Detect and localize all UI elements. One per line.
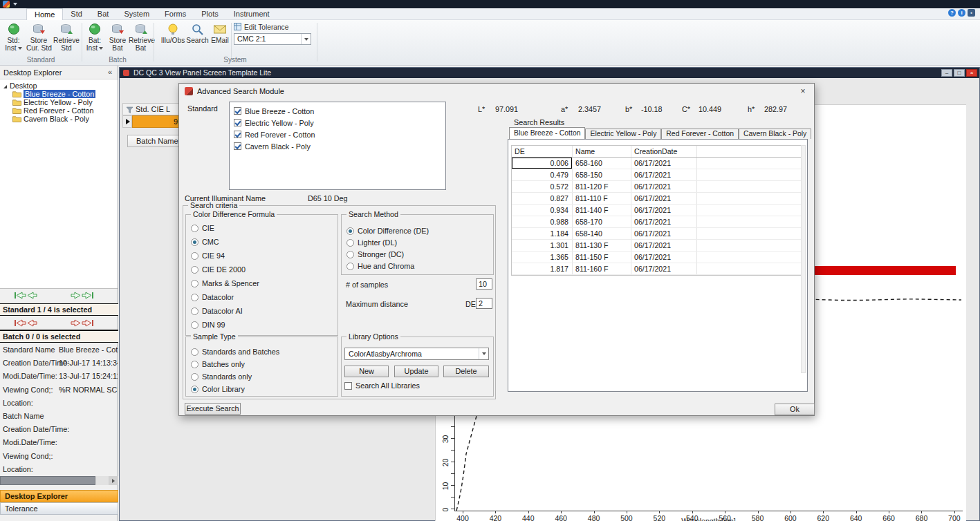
cell-creationdate[interactable]: 06/17/2021	[631, 181, 697, 192]
radio-cie94[interactable]: CIE 94	[191, 252, 225, 260]
radio-selected-icon[interactable]	[191, 386, 198, 393]
standard-option[interactable]: Red Forever - Cotton	[230, 129, 445, 140]
standard-next-buttons[interactable]	[68, 292, 94, 301]
dialog-close-icon[interactable]: ×	[797, 86, 808, 97]
scrollbar-thumb[interactable]	[0, 476, 95, 485]
radio-icon[interactable]	[191, 361, 198, 368]
radio-icon[interactable]	[191, 252, 198, 260]
radio-ciede2000[interactable]: CIE DE 2000	[191, 265, 246, 274]
cell-creationdate[interactable]: 06/17/2021	[631, 252, 697, 263]
radio-icon[interactable]	[191, 294, 198, 301]
cell-de[interactable]: 1.184	[512, 228, 573, 239]
radio-datacolor-ai[interactable]: Datacolor AI	[191, 307, 243, 315]
cell-name[interactable]: 811-140 F	[573, 205, 631, 216]
cell-creationdate[interactable]: 06/17/2021	[631, 158, 697, 169]
tab-bat[interactable]: Bat	[90, 8, 117, 20]
cell-de[interactable]: 0.479	[512, 169, 573, 180]
radio-icon[interactable]	[346, 263, 354, 270]
tree-item-blue-breeze[interactable]: Blue Breeze - Cotton	[12, 90, 95, 98]
cell-de[interactable]: 1.365	[512, 252, 573, 263]
checkbox-checked-icon[interactable]	[234, 142, 241, 150]
cell-de[interactable]: 0.572	[512, 181, 573, 192]
cell-creationdate[interactable]: 06/17/2021	[631, 169, 697, 180]
cell-de[interactable]: 1.817	[512, 263, 573, 274]
table-row[interactable]: 1.301 811-130 F 06/17/2021	[512, 240, 802, 252]
info-icon[interactable]: i	[958, 9, 965, 17]
radio-cie[interactable]: CIE	[191, 224, 214, 232]
minimize-button[interactable]: –	[941, 69, 952, 77]
tree-item-cavern-black[interactable]: Cavern Black - Poly	[12, 115, 89, 123]
radio-lighter-dl[interactable]: Lighter (DL)	[346, 238, 397, 247]
app-icon[interactable]	[3, 1, 10, 8]
radio-icon[interactable]	[346, 251, 354, 258]
table-row[interactable]: 0.479 658-150 06/17/2021	[512, 169, 802, 181]
samples-input[interactable]: 10	[476, 278, 492, 290]
cell-creationdate[interactable]: 06/17/2021	[631, 240, 697, 251]
cell-name[interactable]: 811-110 F	[573, 193, 631, 204]
cell-creationdate[interactable]: 06/17/2021	[631, 263, 697, 274]
radio-batches-only[interactable]: Batches only	[191, 360, 245, 368]
cell-name[interactable]: 658-170	[573, 216, 631, 227]
dialog-titlebar[interactable]: Advanced Search Module ×	[179, 84, 814, 99]
checkbox-checked-icon[interactable]	[234, 107, 241, 115]
radio-standards-only[interactable]: Standards only	[191, 372, 252, 381]
column-header-name[interactable]: Name	[573, 146, 631, 157]
edit-tolerance-item[interactable]: Edit Tolerance	[234, 23, 288, 32]
cell-name[interactable]: 658-160	[573, 158, 631, 169]
tree-expander-icon[interactable]	[3, 85, 7, 88]
checkbox-checked-icon[interactable]	[234, 119, 241, 126]
batch-prev-buttons[interactable]	[14, 319, 40, 328]
table-row[interactable]: 1.184 658-140 06/17/2021	[512, 228, 802, 240]
standard-option[interactable]: Cavern Black - Poly	[230, 140, 445, 152]
row-selector-cell[interactable]	[122, 115, 132, 128]
panel-tab-desktop-explorer[interactable]: Desktop Explorer	[0, 490, 118, 502]
combo-caret[interactable]	[301, 34, 311, 44]
cell-de[interactable]: 0.934	[512, 205, 573, 216]
retrieve-batch-button[interactable]: Retrieve Bat	[129, 22, 153, 55]
document-titlebar[interactable]: DC QC 3 View Panel Screen Template Lite …	[120, 68, 979, 78]
radio-selected-icon[interactable]	[191, 238, 198, 246]
bat-inst-button[interactable]: Bat: Inst	[84, 22, 106, 55]
panel-tab-tolerance[interactable]: Tolerance	[0, 502, 118, 515]
help-icon[interactable]: ?	[948, 9, 956, 17]
radio-icon[interactable]	[191, 373, 198, 381]
radio-cmc[interactable]: CMC	[191, 238, 219, 246]
cell-de[interactable]: 0.988	[512, 216, 573, 227]
tolerance-method-combo[interactable]: CMC 2:1	[234, 33, 311, 45]
retrieve-standard-button[interactable]: Retrieve Std	[53, 22, 80, 55]
std-inst-button[interactable]: Std: Inst	[2, 22, 25, 55]
radio-marks-spencer[interactable]: Marks & Spencer	[191, 279, 259, 287]
close-button[interactable]: ×	[966, 69, 977, 77]
checkbox-checked-icon[interactable]	[234, 131, 241, 138]
batch-next-buttons[interactable]	[68, 319, 94, 328]
tab-home[interactable]: Home	[26, 8, 63, 20]
tab-forms[interactable]: Forms	[157, 8, 194, 20]
maximize-button[interactable]: □	[954, 69, 965, 77]
tree-item-red-forever[interactable]: Red Forever - Cotton	[12, 106, 93, 115]
radio-datacolor[interactable]: Datacolor	[191, 293, 234, 301]
execute-search-button[interactable]: Execute Search	[185, 403, 241, 415]
results-tab-blue-breeze[interactable]: Blue Breeze - Cotton	[509, 127, 585, 139]
cell-de[interactable]: 1.301	[512, 240, 573, 251]
table-row[interactable]: 0.934 811-140 F 06/17/2021	[512, 205, 802, 216]
cell-creationdate[interactable]: 06/17/2021	[631, 216, 697, 227]
cell-creationdate[interactable]: 06/17/2021	[631, 205, 697, 216]
standard-option[interactable]: Blue Breeze - Cotton	[230, 105, 445, 117]
search-button[interactable]: Search	[186, 22, 209, 55]
table-row[interactable]: 0.572 811-120 F 06/17/2021	[512, 181, 802, 193]
radio-selected-icon[interactable]	[346, 227, 354, 235]
cell-name[interactable]: 658-140	[573, 228, 631, 239]
results-tab-electric-yellow[interactable]: Electric Yellow - Poly	[585, 129, 661, 139]
table-row[interactable]: 1.817 811-160 F 06/17/2021	[512, 263, 802, 275]
column-header-creationdate[interactable]: CreationDate	[631, 146, 697, 157]
scrollbar-right-arrow[interactable]	[109, 476, 118, 485]
cell-name[interactable]: 811-130 F	[573, 240, 631, 251]
radio-icon[interactable]	[191, 321, 198, 329]
distance-input[interactable]: 2	[476, 298, 492, 309]
radio-icon[interactable]	[191, 348, 198, 356]
store-current-standard-button[interactable]: Store Cur. Std	[26, 22, 51, 55]
radio-color-library[interactable]: Color Library	[191, 385, 245, 393]
radio-icon[interactable]	[346, 239, 354, 247]
standard-prev-buttons[interactable]	[14, 292, 40, 301]
checkbox-icon[interactable]	[344, 382, 352, 390]
